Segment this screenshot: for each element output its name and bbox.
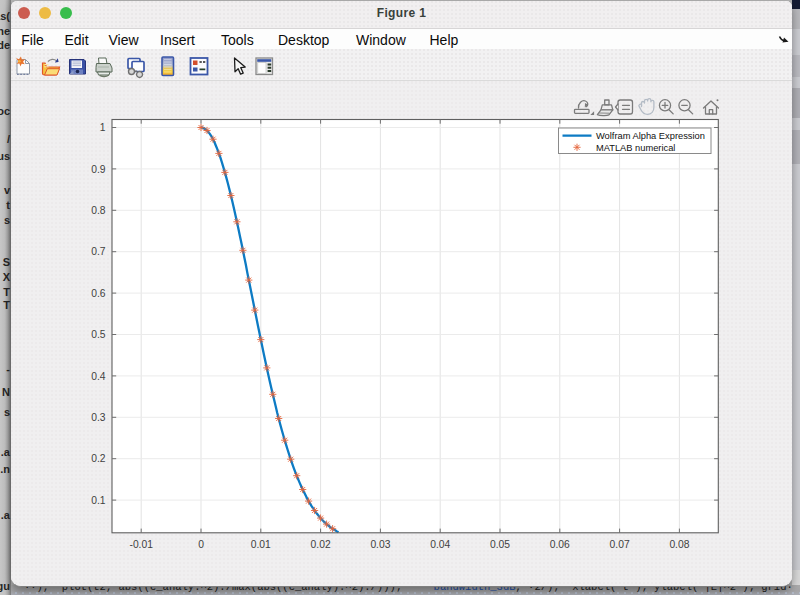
- svg-text:-0.01: -0.01: [129, 538, 153, 549]
- svg-text:0.2: 0.2: [91, 453, 106, 464]
- svg-text:0.07: 0.07: [610, 538, 630, 549]
- svg-text:1: 1: [100, 122, 106, 133]
- svg-text:0.04: 0.04: [430, 538, 450, 549]
- svg-text:0.8: 0.8: [91, 204, 106, 215]
- svg-text:0.7: 0.7: [91, 246, 106, 257]
- svg-text:0.01: 0.01: [251, 538, 271, 549]
- svg-text:0.6: 0.6: [91, 287, 106, 298]
- svg-text:0.4: 0.4: [91, 370, 106, 381]
- svg-text:0.05: 0.05: [490, 538, 510, 549]
- svg-text:0.03: 0.03: [370, 538, 390, 549]
- svg-text:0.08: 0.08: [669, 538, 689, 549]
- svg-text:Wolfram Alpha Expression: Wolfram Alpha Expression: [596, 131, 705, 141]
- svg-text:0.02: 0.02: [311, 538, 331, 549]
- svg-text:0.5: 0.5: [91, 329, 106, 340]
- svg-text:0.06: 0.06: [550, 538, 570, 549]
- svg-text:MATLAB numerical: MATLAB numerical: [596, 142, 675, 152]
- svg-text:0.3: 0.3: [91, 411, 106, 422]
- svg-text:0.1: 0.1: [91, 494, 106, 505]
- svg-text:0.9: 0.9: [91, 163, 106, 174]
- svg-text:0: 0: [198, 538, 204, 549]
